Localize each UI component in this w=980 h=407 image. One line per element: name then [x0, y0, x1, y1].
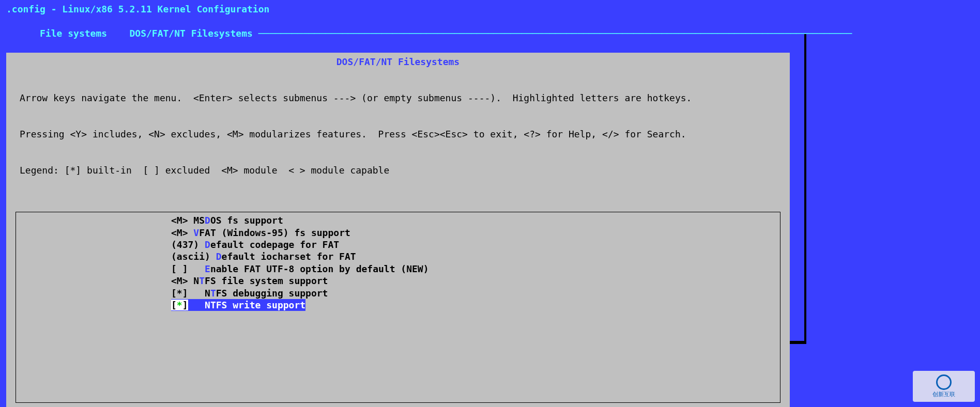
menu-item-codepage[interactable]: (437) Default codepage for FAT [16, 239, 780, 251]
watermark-logo: 创新互联 [913, 371, 975, 402]
menu-item-iocharset[interactable]: (ascii) Default iocharset for FAT [16, 251, 780, 262]
menu-box: <M> MSDOS fs support <M> VFAT (Windows-9… [16, 212, 780, 403]
logo-icon [936, 374, 952, 390]
menu-item-msdos[interactable]: <M> MSDOS fs support [16, 214, 780, 226]
menu-item-ntfs-debug[interactable]: [*] NTFS debugging support [16, 287, 780, 299]
main-panel: DOS/FAT/NT Filesystems Arrow keys naviga… [6, 53, 790, 407]
menu-item-utf8[interactable]: [ ] Enable FAT UTF-8 option by default (… [16, 263, 780, 275]
window-title: .config - Linux/x86 5.2.11 Kernel Config… [6, 3, 798, 15]
menu-item-ntfs[interactable]: <M> NTFS file system support [16, 275, 780, 287]
watermark-text: 创新互联 [932, 391, 955, 398]
help-text: Arrow keys navigate the menu. <Enter> se… [12, 68, 784, 200]
menu-item-ntfs-write[interactable]: [*] NTFS write support [171, 299, 305, 311]
panel-title: DOS/FAT/NT Filesystems [12, 56, 784, 68]
breadcrumb: File systems DOS/FAT/NT Filesystems ────… [6, 15, 798, 51]
menu-item-vfat[interactable]: <M> VFAT (Windows-95) fs support [16, 227, 780, 239]
